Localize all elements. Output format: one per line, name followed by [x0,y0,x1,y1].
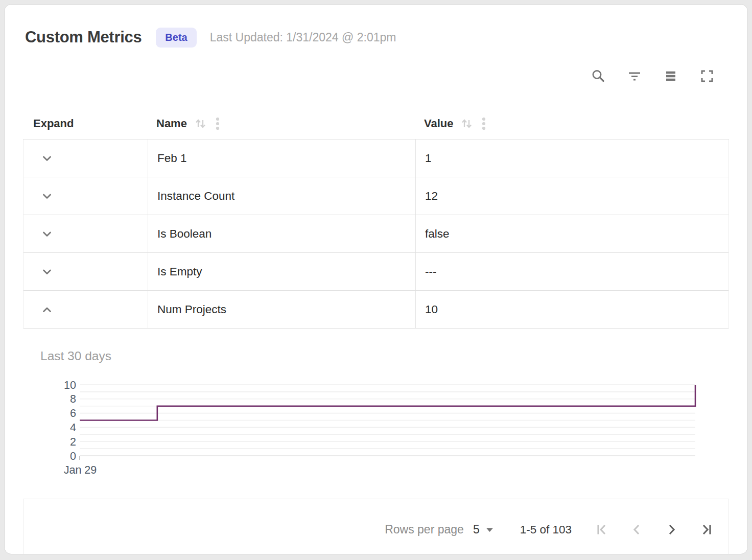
chevron-down-icon [40,190,54,203]
search-button[interactable] [591,68,606,84]
table-header-row: Expand Name Value [23,108,729,139]
last-updated-text: Last Updated: 1/31/2024 @ 2:01pm [210,31,396,44]
value-cell: false [415,215,729,252]
chevron-right-icon [665,523,678,536]
page-title: Custom Metrics [25,28,142,46]
column-menu-icon[interactable] [482,116,486,131]
custom-metrics-card: Custom Metrics Beta Last Updated: 1/31/2… [4,4,748,554]
table-toolbar [5,68,715,84]
svg-text:8: 8 [70,393,76,405]
sort-icon[interactable] [460,117,474,130]
expand-row-button[interactable] [40,227,54,241]
rows-per-page-select[interactable]: 5 [473,523,494,536]
pagination-range-label: 1-5 of 103 [520,523,572,536]
chevron-down-icon [40,152,54,165]
value-cell: --- [415,253,729,290]
expand-row-button[interactable] [40,152,54,165]
column-label: Expand [33,117,74,130]
value-cell: 10 [415,291,729,328]
fullscreen-button[interactable] [699,68,715,84]
name-cell: Feb 1 [148,139,415,177]
density-icon [663,68,678,84]
svg-text:4: 4 [70,422,76,434]
value-cell: 1 [415,139,729,177]
card-header: Custom Metrics Beta Last Updated: 1/31/2… [25,26,727,49]
filter-icon [627,68,642,84]
table-row-expanded: Num Projects 10 [24,291,729,329]
chevron-down-icon [40,227,54,241]
expand-cell [24,291,148,328]
expand-cell [24,253,148,290]
column-header-expand: Expand [23,108,147,139]
collapse-row-button[interactable] [40,303,54,316]
column-header-name[interactable]: Name [147,108,415,139]
row-detail-panel: Last 30 days 0246810Jan 29 [23,329,729,499]
expand-row-button[interactable] [40,265,54,278]
name-cell: Is Boolean [148,215,415,252]
last-page-icon [699,523,713,536]
previous-page-button[interactable] [630,523,644,536]
column-header-value[interactable]: Value [415,108,729,139]
sort-icon[interactable] [194,117,207,130]
table-row: Is Empty --- [24,253,729,291]
name-cell: Is Empty [148,253,415,290]
beta-badge: Beta [156,28,196,48]
density-button[interactable] [663,68,678,84]
expand-row-button[interactable] [40,190,54,203]
dropdown-caret-icon [486,527,494,532]
name-cell: Num Projects [148,291,415,328]
chevron-down-icon [40,265,54,278]
expand-cell [24,177,148,215]
table-body: Feb 1 1 Instance Count 12 Is Boo [23,139,729,329]
fullscreen-icon [699,68,715,84]
expand-cell [24,139,148,177]
rows-per-page-value: 5 [473,523,480,536]
value-cell: 12 [415,177,729,215]
svg-text:2: 2 [70,436,76,448]
chevron-left-icon [630,523,644,536]
svg-text:6: 6 [70,407,76,419]
table-row: Is Boolean false [24,215,729,253]
table-footer: Rows per page 5 1-5 of 103 [23,499,729,554]
next-page-button[interactable] [665,523,678,536]
table-row: Feb 1 1 [24,139,729,177]
pagination-nav [595,523,713,536]
first-page-button[interactable] [595,523,609,536]
name-cell: Instance Count [148,177,415,215]
column-label: Name [156,117,187,130]
search-icon [591,68,606,84]
chevron-up-icon [40,303,54,316]
table-row: Instance Count 12 [24,177,729,215]
svg-text:Jan 29: Jan 29 [64,464,97,476]
metric-history-chart: 0246810Jan 29 [23,329,730,499]
column-menu-icon[interactable] [216,116,220,131]
metrics-table: Expand Name Value [23,108,729,554]
svg-text:10: 10 [64,379,76,391]
filter-button[interactable] [627,68,642,84]
expand-cell [24,215,148,252]
first-page-icon [595,523,609,536]
last-page-button[interactable] [699,523,713,536]
svg-text:0: 0 [70,450,76,462]
column-label: Value [424,117,453,130]
rows-per-page-label: Rows per page [385,523,464,536]
